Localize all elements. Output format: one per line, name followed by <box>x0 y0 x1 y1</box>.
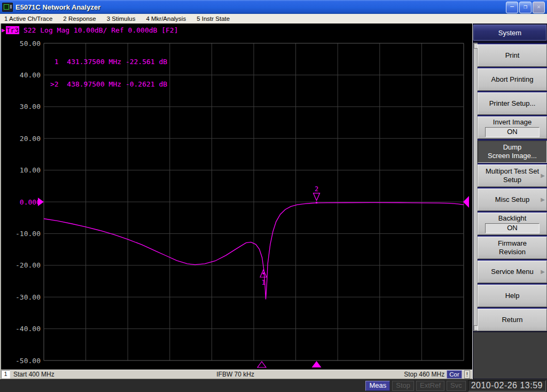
marker-point <box>263 273 264 275</box>
app-icon <box>2 3 13 12</box>
menu-stimulus[interactable]: 3 Stimulus <box>103 15 142 22</box>
y-axis-tick-label: 20.00 <box>20 135 41 143</box>
softkey-label: Backlight <box>498 214 527 223</box>
submenu-arrow-icon: ▶ <box>541 195 545 204</box>
marker-point <box>316 202 317 203</box>
softkey-sidebar: System PrintAbort PrintingPrinter Setup.… <box>472 23 547 379</box>
reference-level-marker-left-icon <box>38 198 44 206</box>
y-axis-tick-label: 0.000 <box>20 198 41 206</box>
datetime-display: 2010-02-26 13:59 <box>468 380 546 391</box>
submenu-arrow-icon: ▶ <box>541 171 545 180</box>
softkey-printer-setup[interactable]: Printer Setup... <box>478 92 547 115</box>
status-stop-badge: Stop <box>392 381 414 391</box>
softkey-label: Setup <box>503 176 521 184</box>
softkey-label: Return <box>502 316 522 324</box>
softkey-label: Invert Image <box>493 118 532 127</box>
marker-readout-line-1: 1 431.37500 MHz -22.561 dB <box>50 58 167 66</box>
softkey-list: PrintAbort PrintingPrinter Setup...Inver… <box>478 43 547 331</box>
restore-button[interactable]: ❐ <box>519 2 532 13</box>
trace-label[interactable]: Tr3 <box>6 26 19 34</box>
softkey-misc-setup[interactable]: Misc Setup▶ <box>478 189 547 211</box>
e5071c-application-window: E5071C Network Analyzer ─ ❐ ✕ 1 Active C… <box>0 0 547 392</box>
channel-number-badge: 1 <box>1 370 10 379</box>
y-axis-tick-label: 10.00 <box>20 166 41 174</box>
menu-bar: 1 Active Ch/Trace 2 Response 3 Stimulus … <box>0 14 547 24</box>
y-axis-tick-label: -10.00 <box>15 230 41 238</box>
softkey-menu-title: System <box>473 25 546 41</box>
softkey-invert-image[interactable]: Invert ImageON <box>478 116 547 139</box>
channel-status-bar: 1 Start 400 MHz IFBW 70 kHz Stop 460 MHz… <box>0 370 472 379</box>
measurement-screen: 50.0040.0030.0020.0010.000.000-10.00-20.… <box>0 23 472 370</box>
window-frame-left <box>0 23 1 379</box>
softkey-help[interactable]: Help <box>478 285 547 307</box>
y-axis-tick-label: -30.00 <box>15 293 41 301</box>
status-extref-badge: ExtRef <box>416 381 444 391</box>
submenu-arrow-icon: ▶ <box>541 268 545 276</box>
softkey-label: Revision <box>499 248 526 256</box>
menu-active-ch-trace[interactable]: 1 Active Ch/Trace <box>0 15 59 22</box>
softkey-value: ON <box>485 127 540 137</box>
softkey-label: Printer Setup... <box>489 99 536 108</box>
softkey-label: Firmware <box>498 239 527 248</box>
y-axis-tick-label: 30.00 <box>20 103 41 111</box>
reference-level-marker-right-icon <box>463 196 469 208</box>
menu-response[interactable]: 2 Response <box>59 15 102 22</box>
softkey-dump-screen-image[interactable]: DumpScreen Image... <box>478 140 547 163</box>
stop-frequency-label: Stop 460 MHz <box>404 371 444 378</box>
softkey-label: Help <box>505 292 520 300</box>
y-axis-tick-label: -40.00 <box>15 325 41 333</box>
y-axis-tick-label: 40.00 <box>20 71 41 79</box>
softkey-filler <box>473 332 547 379</box>
ifbw-label: IFBW 70 kHz <box>216 371 254 378</box>
marker-2-symbol-icon <box>314 193 320 201</box>
softkey-service-menu[interactable]: Service Menu▶ <box>478 261 547 283</box>
softkey-label: Misc Setup <box>495 195 529 204</box>
softkey-label: Multiport Test Set <box>486 167 539 176</box>
trace-format-text: S22 Log Mag 10.00dB/ Ref 0.000dB [F2] <box>19 26 178 34</box>
softkey-scrollbar[interactable] <box>473 43 478 331</box>
softkey-abort-printing[interactable]: Abort Printing <box>478 68 547 91</box>
status-meas-badge: Meas <box>365 381 390 391</box>
softkey-value: ON <box>485 223 540 233</box>
window-title: E5071C Network Analyzer <box>15 3 100 11</box>
instrument-status-bar: Meas Stop ExtRef Svc 2010-02-26 13:59 <box>0 379 547 392</box>
marker-readout: 1 431.37500 MHz -22.561 dB >2 438.97500 … <box>50 43 167 103</box>
marker-2-number: 2 <box>315 185 318 193</box>
softkey-multiport-test-set-setup[interactable]: Multiport Test SetSetup▶ <box>478 164 547 187</box>
softkey-firmware-revision[interactable]: FirmwareRevision <box>478 237 547 259</box>
close-button: ✕ <box>533 2 545 13</box>
softkey-label: Screen Image... <box>488 152 537 160</box>
softkey-label: Dump <box>503 143 522 152</box>
correction-badge: Cor <box>447 370 462 379</box>
minimize-button[interactable]: ─ <box>506 2 518 13</box>
softkey-return[interactable]: Return <box>478 309 547 331</box>
menu-instr-state[interactable]: 5 Instr State <box>192 15 236 22</box>
softkey-print[interactable]: Print <box>478 44 547 67</box>
y-axis-tick-label: -50.00 <box>15 357 41 365</box>
marker-readout-line-2: >2 438.97500 MHz -0.2621 dB <box>50 81 167 88</box>
y-axis-tick-label: 50.00 <box>20 40 41 48</box>
active-trace-arrow-icon: ▶ <box>2 27 5 34</box>
marker-1-number: 1 <box>261 279 265 286</box>
menu-mkr-analysis[interactable]: 4 Mkr/Analysis <box>142 15 192 22</box>
window-titlebar: E5071C Network Analyzer ─ ❐ ✕ <box>0 0 547 14</box>
softkey-label: Service Menu <box>491 268 533 276</box>
warning-badge: ! <box>464 370 470 379</box>
start-frequency-label: Start 400 MHz <box>13 371 54 378</box>
softkey-label: Print <box>505 51 520 60</box>
trace-status-line: ▶ Tr3 S22 Log Mag 10.00dB/ Ref 0.000dB [… <box>2 26 178 34</box>
softkey-backlight[interactable]: BacklightON <box>478 213 547 235</box>
marker-1-stimulus-icon <box>257 362 266 367</box>
softkey-label: Abort Printing <box>491 75 534 84</box>
status-svc-badge: Svc <box>447 381 466 391</box>
y-axis-tick-label: -20.00 <box>15 261 41 269</box>
marker-2-stimulus-icon <box>312 361 322 367</box>
